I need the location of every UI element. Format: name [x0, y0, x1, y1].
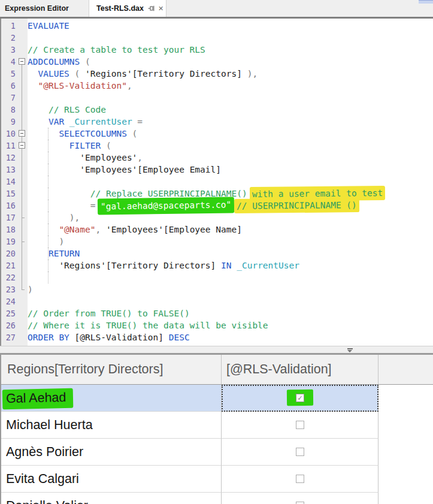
- code-segment: ): [59, 237, 64, 246]
- filler-cell: [379, 385, 433, 412]
- code-segment: _CurrentUser: [69, 117, 132, 126]
- code-segment: FILTER: [69, 141, 101, 150]
- code-line: 10 SELECTCOLUMNS (: [1, 128, 433, 140]
- code-text[interactable]: // RLS Code: [26, 104, 433, 116]
- fold-margin: [17, 140, 26, 152]
- code-text[interactable]: FILTER (: [26, 140, 433, 152]
- fold-margin: [17, 236, 26, 248]
- line-number: 19: [1, 236, 17, 248]
- result-cell-validation[interactable]: [222, 412, 379, 439]
- code-text[interactable]: ): [26, 236, 433, 248]
- code-text[interactable]: [26, 295, 433, 307]
- tab-test-rls-dax[interactable]: Test-RLS.dax ✕: [89, 0, 166, 17]
- result-cell-validation[interactable]: [222, 493, 379, 504]
- code-text[interactable]: ),: [26, 212, 433, 224]
- code-text[interactable]: 'Employees',: [26, 152, 433, 164]
- code-text[interactable]: SELECTCOLUMNS (: [26, 128, 433, 140]
- tab-strip: Expression Editor Test-RLS.dax ✕: [0, 0, 433, 19]
- fold-collapse-icon[interactable]: [19, 58, 25, 65]
- code-segment: (: [85, 57, 90, 67]
- code-text[interactable]: // Create a table to test your RLS: [26, 44, 433, 56]
- code-segment: [28, 237, 59, 246]
- code-text[interactable]: // Order from TRUE() to FALSE(): [26, 307, 433, 319]
- marker-highlighted-checkbox: ✓: [286, 390, 313, 406]
- code-text[interactable]: [26, 92, 433, 104]
- code-text[interactable]: ORDER BY [@RLS-Validation] DESC: [26, 331, 433, 343]
- code-text[interactable]: VAR _CurrentUser =: [26, 116, 433, 128]
- result-cell-validation[interactable]: [222, 439, 379, 466]
- code-segment: [28, 213, 69, 222]
- fold-margin: [17, 92, 26, 104]
- code-line: 22: [1, 271, 433, 283]
- line-number: 27: [1, 331, 17, 343]
- grid-header-row: Regions[Territory Directors] [@RLS-Valid…: [1, 355, 433, 385]
- result-cell-name[interactable]: Agnès Poirier: [1, 439, 222, 466]
- fold-collapse-icon[interactable]: [19, 142, 25, 149]
- code-line: 25// Order from TRUE() to FALSE(): [1, 307, 433, 319]
- column-header-territory-directors[interactable]: Regions[Territory Directors]: [1, 355, 222, 385]
- code-line: 26// Where it is TRUE() the data will be…: [1, 319, 433, 331]
- close-icon[interactable]: ✕: [158, 5, 163, 12]
- code-line: 12 'Employees',: [1, 152, 433, 164]
- code-text[interactable]: EVALUATE: [26, 20, 433, 32]
- result-cell-validation[interactable]: ✓: [222, 385, 379, 412]
- code-text[interactable]: = "gal.aehad@spaceparts.co" // USERPRINC…: [26, 200, 433, 212]
- code-text[interactable]: [26, 271, 433, 283]
- line-number: 22: [1, 271, 17, 283]
- code-text[interactable]: "@RLS-Validation",: [26, 80, 433, 92]
- code-line: 7: [1, 92, 433, 104]
- code-segment: DESC: [169, 333, 190, 342]
- pane-title[interactable]: Expression Editor: [5, 0, 69, 17]
- code-segment: (: [101, 141, 111, 150]
- fold-margin: [17, 319, 26, 331]
- result-cell-name[interactable]: Evita Calgari: [1, 466, 222, 493]
- line-number: 26: [1, 319, 17, 331]
- code-text[interactable]: 'Regions'[Territory Directors] IN _Curre…: [26, 259, 433, 271]
- result-cell-name[interactable]: Michael Huerta: [1, 412, 222, 439]
- column-header-rls-validation[interactable]: [@RLS-Validation]: [222, 355, 379, 385]
- result-cell-name[interactable]: Gal Aehad: [1, 385, 222, 412]
- code-text[interactable]: 'Employees'[Employee Email]: [26, 164, 433, 176]
- code-line: 21 'Regions'[Territory Directors] IN _Cu…: [1, 259, 433, 271]
- code-text[interactable]: VALUES ( 'Regions'[Territory Directors] …: [26, 68, 433, 80]
- code-text[interactable]: RETURN: [26, 248, 433, 259]
- code-segment: [28, 141, 69, 150]
- fold-margin: [17, 152, 26, 164]
- line-number: 2: [1, 32, 17, 44]
- code-segment: "@Name": [59, 225, 95, 234]
- splitter-grip-icon[interactable]: [346, 348, 355, 353]
- code-text[interactable]: [26, 32, 433, 44]
- fold-margin: [17, 295, 26, 307]
- result-cell-validation[interactable]: [222, 466, 379, 493]
- line-number: 4: [1, 56, 17, 68]
- code-text[interactable]: // Where it is TRUE() the data will be v…: [26, 319, 433, 331]
- fold-margin: [17, 164, 26, 176]
- fold-margin: [17, 224, 26, 236]
- code-segment: EVALUATE: [28, 21, 69, 31]
- code-segment: [28, 105, 49, 114]
- fold-collapse-icon[interactable]: [19, 130, 25, 137]
- line-number: 9: [1, 116, 17, 128]
- code-text[interactable]: "@Name", 'Employees'[Employee Name]: [26, 224, 433, 236]
- filler-cell: [379, 493, 433, 504]
- filler-cell: [379, 412, 433, 439]
- table-row: Danielle Valier: [1, 493, 433, 504]
- code-segment: 'Employees': [80, 153, 137, 162]
- code-segment: [28, 129, 59, 138]
- column-header-filler: [379, 355, 433, 385]
- fold-margin: [17, 307, 26, 319]
- filler-cell: [379, 439, 433, 466]
- code-text[interactable]: ADDCOLUMNS (: [26, 56, 433, 68]
- code-segment: // RLS Code: [49, 105, 106, 114]
- code-editor[interactable]: 1EVALUATE23// Create a table to test you…: [0, 19, 433, 346]
- result-cell-name[interactable]: Danielle Valier: [1, 493, 222, 504]
- code-text[interactable]: ): [26, 283, 433, 295]
- code-segment: (: [127, 129, 137, 138]
- fold-margin: [17, 68, 26, 80]
- code-segment: 'Regions'[Territory Directors]: [85, 69, 242, 79]
- code-segment: [28, 69, 38, 79]
- table-row: Michael Huerta: [1, 412, 433, 439]
- pin-icon[interactable]: [148, 5, 155, 12]
- code-line: 4ADDCOLUMNS (: [1, 56, 433, 68]
- code-line: 9 VAR _CurrentUser =: [1, 116, 433, 128]
